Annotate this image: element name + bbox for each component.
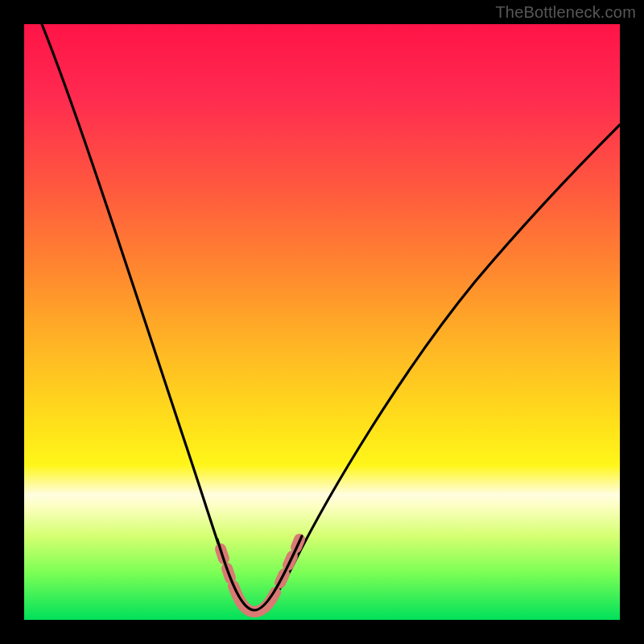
chart-frame: TheBottleneck.com [0,0,644,644]
attribution-label: TheBottleneck.com [495,3,636,22]
bottleneck-curve [42,24,620,610]
bottleneck-curve-svg [24,24,620,620]
plot-area [24,24,620,620]
bottom-marker-band [221,539,299,612]
